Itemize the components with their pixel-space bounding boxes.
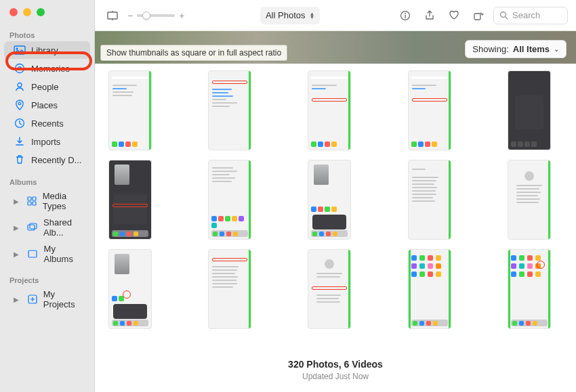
chevron-right-icon: ▶ xyxy=(14,198,19,205)
download-icon xyxy=(14,135,26,148)
photo-thumbnail[interactable] xyxy=(208,70,251,150)
sidebar-item-label: My Projects xyxy=(43,289,83,309)
search-placeholder: Search xyxy=(512,10,540,20)
svg-point-4 xyxy=(18,83,22,87)
photo-thumbnail[interactable] xyxy=(208,160,251,240)
map-pin-icon xyxy=(14,99,26,111)
search-input[interactable]: Search xyxy=(493,7,568,24)
photo-thumbnail[interactable] xyxy=(208,249,251,329)
photo-thumbnail[interactable] xyxy=(308,70,351,150)
photo-thumbnail[interactable] xyxy=(508,249,551,329)
aspect-ratio-icon xyxy=(106,10,119,21)
chevron-right-icon: ▶ xyxy=(14,296,19,303)
aspect-ratio-button[interactable] xyxy=(103,7,122,24)
photo-thumbnail[interactable] xyxy=(108,160,152,240)
sidebar-item-label: Library xyxy=(31,45,58,56)
sidebar-item-label: Media Types xyxy=(43,191,83,211)
svg-rect-15 xyxy=(108,12,117,19)
sidebar-item-memories[interactable]: Memories xyxy=(4,60,90,77)
shared-album-icon xyxy=(27,221,38,234)
sidebar-item-my-albums[interactable]: ▶ My Albums xyxy=(4,241,90,267)
sidebar-item-label: People xyxy=(31,82,58,92)
album-icon xyxy=(27,248,39,260)
favorite-button[interactable] xyxy=(445,7,464,24)
sidebar-item-label: Imports xyxy=(31,137,60,147)
svg-rect-10 xyxy=(33,202,36,205)
trash-icon xyxy=(14,154,26,166)
view-mode-select[interactable]: All Photos ▲▼ xyxy=(260,7,320,24)
sidebar: Photos Library Memories People Places Re… xyxy=(0,0,95,392)
sync-status: Updated Just Now xyxy=(95,372,576,381)
svg-rect-12 xyxy=(30,223,37,229)
close-window-button[interactable] xyxy=(9,8,18,16)
share-icon xyxy=(425,10,434,21)
sidebar-item-label: My Albums xyxy=(44,244,83,264)
svg-rect-11 xyxy=(28,225,35,230)
photo-thumbnail[interactable] xyxy=(408,70,451,150)
photo-thumbnail[interactable] xyxy=(408,160,451,240)
view-mode-label: All Photos xyxy=(266,10,306,20)
zoom-slider[interactable]: − + xyxy=(127,10,184,21)
photo-thumbnail[interactable] xyxy=(308,160,351,240)
info-button[interactable] xyxy=(396,7,415,24)
photo-thumbnail[interactable] xyxy=(108,70,152,150)
sidebar-item-recently-deleted[interactable]: Recently D... xyxy=(4,151,90,169)
photo-thumbnail[interactable] xyxy=(508,160,551,240)
rotate-button[interactable] xyxy=(469,7,488,24)
sidebar-item-label: Recently D... xyxy=(31,155,81,165)
photo-grid[interactable] xyxy=(95,64,576,351)
footer: 320 Photos, 6 Videos Updated Just Now xyxy=(95,351,576,392)
svg-point-2 xyxy=(16,64,24,73)
window-controls xyxy=(0,4,94,28)
svg-rect-8 xyxy=(33,197,36,200)
memories-icon xyxy=(14,62,26,74)
sidebar-section-albums: Albums xyxy=(0,175,94,188)
zoom-window-button[interactable] xyxy=(37,8,45,16)
svg-point-1 xyxy=(16,48,18,50)
share-button[interactable] xyxy=(420,7,439,24)
sidebar-item-label: Shared Alb... xyxy=(43,217,83,238)
heart-icon xyxy=(449,10,459,20)
svg-rect-9 xyxy=(28,202,31,205)
svg-rect-7 xyxy=(28,197,31,200)
filter-value: All Items xyxy=(513,44,550,54)
rotate-icon xyxy=(473,10,484,21)
toolbar: − + All Photos ▲▼ Search xyxy=(95,0,576,31)
sidebar-item-recents[interactable]: Recents xyxy=(4,114,90,132)
sidebar-item-shared-albums[interactable]: ▶ Shared Alb... xyxy=(4,215,90,240)
minimize-window-button[interactable] xyxy=(23,8,31,16)
svg-point-5 xyxy=(18,102,21,105)
sidebar-item-media-types[interactable]: ▶ Media Types xyxy=(4,188,90,214)
photo-thumbnail[interactable] xyxy=(308,249,351,329)
photo-thumbnail[interactable] xyxy=(108,249,152,329)
clock-icon xyxy=(14,117,26,129)
chevron-down-icon: ⌄ xyxy=(554,45,559,53)
sidebar-item-library[interactable]: Library xyxy=(4,41,90,59)
item-count: 320 Photos, 6 Videos xyxy=(95,359,576,370)
info-icon xyxy=(400,10,411,21)
filter-button[interactable]: Showing: All Items ⌄ xyxy=(465,40,567,58)
projects-icon xyxy=(27,293,38,305)
svg-point-19 xyxy=(501,12,506,18)
stepper-icon: ▲▼ xyxy=(310,12,315,19)
people-icon xyxy=(14,81,26,93)
photo-thumbnail[interactable] xyxy=(408,249,451,329)
svg-rect-18 xyxy=(474,14,480,20)
sidebar-item-imports[interactable]: Imports xyxy=(4,133,90,150)
chevron-right-icon: ▶ xyxy=(14,251,19,258)
sidebar-item-places[interactable]: Places xyxy=(4,96,90,114)
library-icon xyxy=(14,44,26,56)
slider-thumb[interactable] xyxy=(142,12,150,20)
filter-prefix: Showing: xyxy=(472,44,508,54)
sidebar-item-people[interactable]: People xyxy=(4,78,90,95)
sidebar-item-label: Places xyxy=(31,100,58,110)
main-content: − + All Photos ▲▼ Search Home Showing: A… xyxy=(95,0,576,392)
grid-icon xyxy=(27,195,37,207)
tooltip: Show thumbnails as square or in full asp… xyxy=(100,45,287,61)
sidebar-section-projects: Projects xyxy=(0,274,94,286)
chevron-right-icon: ▶ xyxy=(14,224,19,232)
svg-point-3 xyxy=(18,67,22,70)
sidebar-item-my-projects[interactable]: ▶ My Projects xyxy=(4,286,90,312)
photo-thumbnail[interactable] xyxy=(508,70,551,150)
sidebar-section-photos: Photos xyxy=(0,28,94,41)
